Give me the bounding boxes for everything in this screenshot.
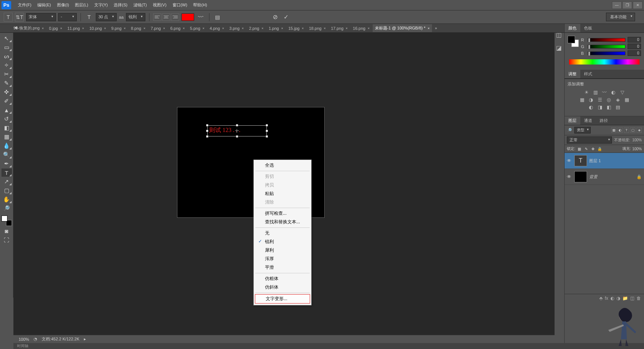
align-center-button[interactable] [162, 13, 170, 21]
filter-image-icon[interactable]: ▦ [611, 128, 616, 133]
layer-thumbnail[interactable] [574, 171, 587, 182]
timeline-bar[interactable]: 时间轴 [13, 343, 644, 349]
doc-tab[interactable]: 0.jpg× [47, 25, 64, 32]
align-left-button[interactable] [153, 13, 161, 21]
resize-handle[interactable] [266, 124, 268, 126]
tab-overflow[interactable]: » [435, 26, 437, 30]
doc-tab[interactable]: 3.png× [227, 25, 246, 32]
resize-handle[interactable] [206, 124, 208, 126]
font-style-select[interactable]: - [58, 13, 77, 21]
blur-tool[interactable]: 💧 [1, 142, 12, 150]
ctx-aa-smooth[interactable]: 平滑 [255, 263, 310, 272]
lock-pixels-icon[interactable]: ▦ [577, 147, 582, 151]
close-icon[interactable]: × [281, 26, 283, 30]
ctx-faux-bold[interactable]: 仿粗体 [255, 274, 310, 283]
b-slider[interactable] [588, 51, 625, 55]
close-icon[interactable]: × [124, 26, 126, 30]
gradient-map-icon[interactable]: ▤ [615, 104, 621, 110]
move-tool[interactable]: ↖ [1, 34, 12, 43]
menu-type[interactable]: 文字(Y) [91, 1, 111, 9]
resize-handle[interactable] [206, 135, 208, 138]
blend-mode-select[interactable]: 正常 [567, 136, 612, 144]
eyedropper-tool[interactable]: ✎ [1, 79, 12, 87]
color-preview[interactable] [568, 36, 579, 47]
invert-icon[interactable]: ◐ [588, 104, 594, 110]
character-panel-button[interactable]: ▤ [213, 13, 222, 22]
grid-icon[interactable]: ▩ [624, 97, 630, 103]
menu-edit[interactable]: 编辑(E) [34, 1, 54, 9]
path-select-tool[interactable]: ↗ [1, 177, 12, 186]
new-layer-icon[interactable]: ◫ [630, 296, 634, 301]
doc-tab[interactable]: 2.png× [247, 25, 266, 32]
font-size-select[interactable]: 30 点 [96, 13, 117, 21]
doc-tab[interactable]: 4.png× [208, 25, 227, 32]
warp-text-button[interactable]: 〰 [196, 13, 205, 22]
doc-info[interactable]: 文档:452.2 K/122.2K [42, 336, 79, 342]
eraser-tool[interactable]: ◧ [1, 124, 12, 132]
threshold-icon[interactable]: ◧ [606, 104, 612, 110]
crop-tool[interactable]: ✂ [1, 70, 12, 78]
mixer-icon[interactable]: ☰ [597, 97, 603, 103]
filter-icon[interactable]: 🔎 [567, 128, 572, 133]
menu-filter[interactable]: 滤镜(T) [130, 1, 150, 9]
foreground-background-color[interactable] [1, 216, 12, 226]
close-icon[interactable]: × [82, 26, 84, 30]
layer-item[interactable]: 👁 背景 🔒 [565, 169, 644, 185]
filter-shape-icon[interactable]: ▢ [630, 128, 635, 133]
ctx-faux-italic[interactable]: 仿斜体 [255, 283, 310, 292]
ctx-aa-strong[interactable]: 浑厚 [255, 255, 310, 263]
lock-position-icon[interactable]: ✎ [584, 147, 589, 151]
doc-tab[interactable]: 16.png× [351, 25, 372, 32]
ctx-paste[interactable]: 粘贴 [255, 189, 310, 198]
ctx-warp-text[interactable]: 文字变形... [255, 294, 310, 304]
menu-view[interactable]: 视图(V) [150, 1, 170, 9]
opacity-value[interactable]: 100% [632, 138, 642, 142]
tab-scroll-left[interactable]: ◀ [14, 25, 17, 29]
layer-fx-icon[interactable]: fx [605, 296, 608, 301]
tab-layers[interactable]: 图层 [565, 116, 580, 125]
color-lookup-icon[interactable]: ◎ [606, 97, 612, 103]
menu-image[interactable]: 图像(I) [54, 1, 72, 9]
menu-layer[interactable]: 图层(L) [72, 1, 91, 9]
tool-preset-icon[interactable]: T [4, 13, 13, 22]
layer-name[interactable]: 背景 [589, 174, 597, 180]
quick-mask-button[interactable]: ◙ [1, 227, 12, 235]
delete-layer-icon[interactable]: 🗑 [637, 296, 641, 301]
commit-icon[interactable]: ✓ [284, 13, 288, 21]
magic-wand-tool[interactable]: ✧ [1, 61, 12, 69]
filter-adjust-icon[interactable]: ◐ [618, 128, 623, 133]
resize-handle[interactable] [236, 135, 238, 138]
resize-handle[interactable] [266, 135, 268, 138]
vibrance-icon[interactable]: ▽ [619, 89, 626, 95]
menu-select[interactable]: 选择(S) [111, 1, 130, 9]
minimize-button[interactable]: — [612, 1, 622, 9]
levels-icon[interactable]: ▥ [592, 89, 599, 95]
visibility-icon[interactable]: 👁 [567, 174, 572, 179]
fill-value[interactable]: 100% [632, 147, 642, 151]
close-icon[interactable]: × [143, 26, 145, 30]
brush-tool[interactable]: ✐ [1, 97, 12, 105]
doc-info-arrow[interactable]: ▸ [84, 337, 86, 342]
tab-channels[interactable]: 通道 [580, 116, 596, 125]
close-icon[interactable]: × [183, 26, 184, 30]
doc-tab[interactable]: 8.png× [129, 25, 148, 32]
g-input[interactable] [628, 44, 641, 49]
close-icon[interactable]: × [262, 26, 263, 30]
properties-panel-icon[interactable]: ◪ [556, 44, 562, 51]
center-anchor[interactable] [235, 129, 239, 133]
close-icon[interactable]: × [302, 26, 304, 30]
resize-handle[interactable] [266, 130, 268, 132]
text-bounding-box[interactable]: 则试 123 . . . [207, 125, 267, 136]
text-orientation-button[interactable]: ⇅T [15, 13, 24, 22]
filter-type-select[interactable]: 类型 [574, 127, 591, 133]
hand-tool[interactable]: ✋ [1, 195, 12, 204]
gradient-tool[interactable]: ▦ [1, 133, 12, 141]
antialias-select[interactable]: 锐利 [126, 13, 145, 21]
brightness-icon[interactable]: ☀ [583, 89, 590, 95]
ctx-aa-crisp[interactable]: 犀利 [255, 246, 310, 255]
doc-tab[interactable]: 11.png× [65, 25, 86, 32]
layer-item[interactable]: 👁 T 图层 1 [565, 153, 644, 169]
history-brush-tool[interactable]: ↺ [1, 115, 12, 123]
doc-tab[interactable]: 10.png× [87, 25, 108, 32]
stamp-tool[interactable]: ▲ [1, 106, 12, 114]
